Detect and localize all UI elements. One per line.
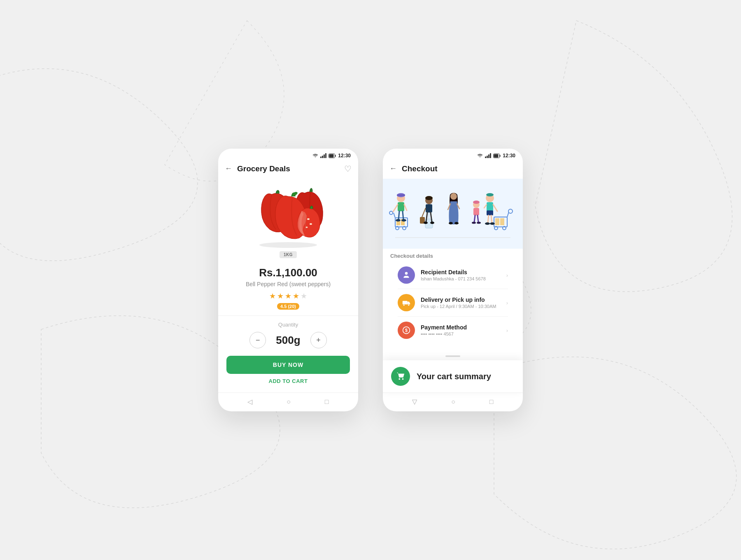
svg-rect-10 (500, 155, 501, 157)
svg-point-29 (401, 219, 406, 222)
scroll-indicator (383, 352, 523, 360)
svg-line-66 (484, 205, 487, 208)
svg-point-77 (398, 378, 400, 380)
svg-rect-11 (494, 154, 499, 157)
nav-square-icon-1[interactable]: □ (325, 398, 329, 406)
buy-now-button[interactable]: BUY NOW (226, 356, 350, 374)
cart-summary-bar[interactable]: Your cart summary (383, 360, 523, 392)
svg-line-67 (488, 215, 489, 223)
person-icon (402, 271, 410, 279)
nav-back-icon-1[interactable]: ◁ (247, 398, 252, 406)
phone-2-checkout: 12:30 ← Checkout (383, 149, 523, 411)
phone-1-grocery-deals: 12:30 ← Grocery Deals ♡ (218, 149, 358, 411)
battery-icon-2 (493, 154, 501, 158)
back-button-1[interactable]: ← (225, 163, 235, 175)
cart-icon-circle (391, 367, 410, 386)
recipient-chevron: › (506, 272, 508, 278)
status-time-2: 12:30 (503, 153, 515, 159)
svg-point-71 (405, 272, 408, 275)
recipient-subtitle: Ishan Madushka - 071 234 5678 (421, 276, 506, 281)
pepper-svg (249, 184, 327, 248)
svg-point-52 (472, 222, 476, 224)
weight-badge: 1KG (280, 251, 297, 258)
wifi-icon (312, 153, 318, 158)
cart-icon (396, 372, 405, 381)
status-time-1: 12:30 (338, 153, 351, 159)
product-image (247, 183, 329, 249)
nav-bar-1: ← Grocery Deals ♡ (218, 161, 358, 179)
svg-line-16 (394, 213, 395, 218)
phones-container: 12:30 ← Grocery Deals ♡ (218, 149, 523, 411)
product-info: Rs.1,100.00 Bell Pepper Red (sweet peppe… (218, 261, 358, 310)
status-bar-2: 12:30 (383, 149, 523, 161)
svg-point-70 (490, 222, 495, 225)
checkout-section-title: Checkout details (383, 249, 523, 261)
svg-point-53 (477, 222, 481, 224)
svg-line-68 (491, 215, 492, 223)
increment-button[interactable]: + (310, 332, 327, 348)
battery-icon (329, 154, 336, 158)
svg-rect-34 (426, 204, 432, 212)
svg-rect-3 (329, 154, 334, 157)
svg-rect-55 (495, 218, 499, 225)
status-icons-2: 12:30 (477, 153, 515, 159)
svg-rect-64 (487, 210, 493, 215)
dollar-icon: $ (402, 326, 410, 334)
delivery-text: Delivery or Pick up info Pick up - 12 Ap… (421, 296, 506, 309)
nav-square-icon-2[interactable]: □ (489, 398, 494, 406)
screen1-title: Grocery Deals (235, 164, 344, 173)
svg-point-33 (425, 196, 433, 200)
status-bar-1: 12:30 (218, 149, 358, 161)
divider-1 (218, 315, 358, 316)
svg-point-78 (402, 378, 404, 380)
svg-point-45 (449, 222, 453, 224)
spacer (383, 344, 523, 352)
signal-icon-2 (485, 153, 491, 158)
delivery-item[interactable]: Delivery or Pick up info Pick up - 12 Ap… (398, 289, 508, 317)
status-icons-1: 12:30 (312, 153, 351, 159)
payment-title: Payment Method (421, 324, 506, 331)
svg-point-58 (508, 209, 513, 213)
rating-badge: 4.5 (20) (277, 303, 299, 310)
truck-icon (402, 299, 410, 306)
product-price: Rs.1,100.00 (226, 266, 350, 279)
nav-bar-2: ← Checkout (383, 161, 523, 179)
bottom-nav-1: ◁ ○ □ (218, 392, 358, 411)
quantity-controls: − 500g + (249, 332, 326, 348)
svg-rect-23 (398, 202, 404, 211)
screen2-title: Checkout (400, 164, 516, 173)
checkout-banner (383, 179, 523, 249)
heart-icon[interactable]: ♡ (344, 164, 352, 174)
nav-back-icon-2[interactable]: ▽ (412, 398, 417, 406)
recipient-details-item[interactable]: Recipient Details Ishan Madushka - 071 2… (398, 261, 508, 289)
back-button-2[interactable]: ← (389, 163, 400, 175)
svg-rect-56 (500, 218, 504, 225)
svg-point-6 (310, 223, 312, 225)
svg-point-74 (408, 304, 410, 306)
nav-home-icon-2[interactable]: ○ (451, 398, 455, 406)
svg-point-7 (306, 226, 308, 228)
product-name: Bell Pepper Red (sweet peppers) (226, 281, 350, 287)
svg-point-62 (486, 193, 494, 196)
svg-rect-2 (335, 155, 336, 157)
nav-home-icon-1[interactable]: ○ (287, 398, 291, 406)
recipient-icon (398, 266, 415, 284)
payment-item[interactable]: $ Payment Method •••• •••• •••• 4567 › (398, 317, 508, 344)
svg-point-40 (430, 222, 434, 224)
svg-marker-0 (315, 156, 316, 157)
checkout-details-list: Recipient Details Ishan Madushka - 071 2… (390, 261, 515, 344)
recipient-text: Recipient Details Ishan Madushka - 071 2… (421, 269, 506, 281)
product-image-area: 1KG (218, 179, 358, 261)
decrement-button[interactable]: − (249, 332, 266, 348)
svg-rect-72 (403, 301, 408, 304)
svg-rect-22 (397, 194, 405, 196)
delivery-title: Delivery or Pick up info (421, 296, 506, 303)
svg-point-46 (454, 222, 459, 224)
stars-row: ★ ★ ★ ★ ★ (269, 292, 307, 301)
payment-subtitle: •••• •••• •••• 4567 (421, 331, 506, 336)
svg-marker-8 (479, 156, 481, 157)
svg-point-42 (450, 193, 457, 200)
delivery-chevron: › (506, 300, 508, 306)
add-to-cart-button[interactable]: ADD TO CART (218, 378, 358, 391)
svg-rect-63 (487, 202, 493, 211)
